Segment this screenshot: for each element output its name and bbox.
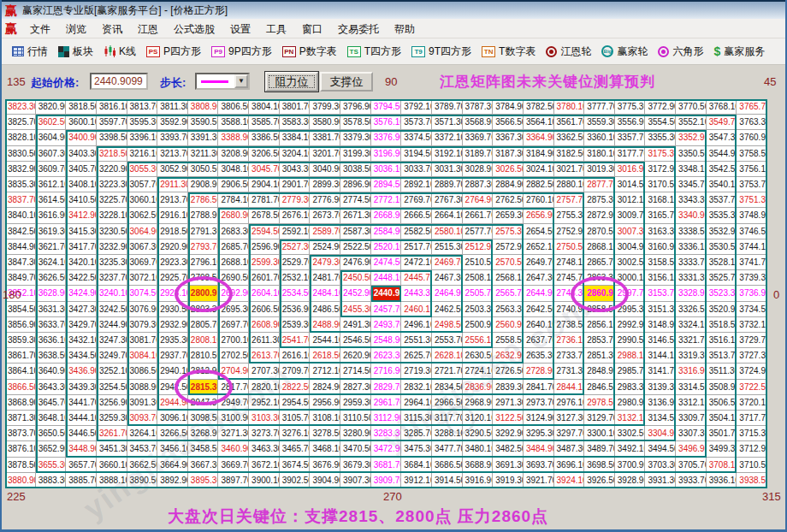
matrix-cell: 3408.10 (66, 177, 97, 192)
matrix-cell: 3398.50 (97, 130, 127, 145)
matrix-cell: 3801.70 (280, 99, 311, 115)
matrix-cell: 2527.30 (280, 239, 311, 255)
menu-item-帮助[interactable]: 帮助 (387, 21, 423, 38)
matrix-cell: 3434.50 (66, 348, 97, 364)
toolbar-item-kline[interactable]: K线 (98, 42, 141, 62)
matrix-cell: 3753.70 (737, 177, 767, 192)
menu-item-文件[interactable]: 文件 (22, 21, 58, 38)
matrix-cell: 3787.30 (463, 99, 494, 115)
gann-wheel-icon (546, 46, 557, 57)
toolbar-item-hexagon[interactable]: 六角形 (653, 42, 708, 62)
matrix-cell: 3019.30 (584, 162, 615, 177)
matrix-cell: 3885.70 (66, 473, 97, 488)
matrix-cell: 2743.30 (554, 286, 585, 301)
angle-label-180: 180 (3, 288, 21, 301)
start-price-input[interactable] (90, 73, 148, 90)
toolbar-item-winner-wheel[interactable]: Big赢家轮 (596, 42, 653, 62)
menu-item-工具[interactable]: 工具 (258, 21, 294, 38)
toolbar-item-9t-square[interactable]: T99T四方形 (406, 42, 476, 62)
matrix-cell: 2858.50 (584, 302, 615, 317)
matrix-cell: 3679.30 (340, 458, 371, 473)
matrix-cell: 3626.50 (36, 270, 67, 286)
matrix-cell: 3619.30 (36, 224, 67, 239)
matrix-cell: 3516.10 (707, 333, 737, 348)
matrix-cell: 2796.10 (188, 255, 219, 270)
matrix-cell: 3110.50 (340, 411, 371, 426)
matrix-cell: 3448.90 (66, 441, 97, 457)
toolbar-item-9p-square[interactable]: P99P四方形 (206, 42, 277, 62)
window-titlebar[interactable]: 赢 赢家江恩专业版[赢家服务平台] - [价格正方形] (0, 0, 787, 19)
matrix-cell: 2808.10 (188, 333, 219, 348)
toolbar-item-p-table[interactable]: PNP数字表 (277, 42, 342, 62)
matrix-cell: 3660.10 (97, 458, 127, 473)
matrix-cell: 3633.70 (36, 317, 67, 333)
matrix-cell: 3348.10 (676, 162, 707, 177)
matrix-cell: 2786.50 (188, 192, 219, 208)
matrix-cell: 3336.10 (676, 239, 707, 255)
matrix-cell: 2856.10 (584, 317, 615, 333)
matrix-cell: 3249.70 (97, 348, 127, 364)
matrix-cell: 3924.10 (554, 473, 585, 488)
matrix-cell: 3460.90 (218, 441, 249, 457)
support-button[interactable]: 支撑位 (320, 72, 373, 92)
menu-item-公式选股[interactable]: 公式选股 (166, 21, 222, 38)
matrix-cell: 3050.50 (188, 162, 219, 177)
toolbar-item-label: T四方形 (364, 44, 401, 59)
matrix-cell: 3602.50 (36, 115, 67, 130)
matrix-cell: 2875.30 (584, 192, 615, 208)
matrix-cell: 3276.10 (280, 426, 311, 441)
matrix-cell: 3921.70 (524, 473, 554, 488)
matrix-cell: 3252.10 (97, 364, 127, 379)
matrix-cell: 2793.70 (188, 239, 219, 255)
matrix-cell: 3576.10 (371, 115, 402, 130)
matrix-cell: 3220.90 (97, 162, 127, 177)
toolbar-item-service[interactable]: $赢家服务 (708, 42, 770, 62)
matrix-cell: 3237.70 (97, 270, 127, 286)
menu-item-设置[interactable]: 设置 (222, 21, 258, 38)
matrix-cell: 3684.10 (401, 458, 432, 473)
matrix-cell: 2630.50 (463, 348, 494, 364)
toolbar-item-quotes[interactable]: 行情 (7, 42, 53, 62)
matrix-cell: 3232.90 (97, 239, 127, 255)
toolbar-item-gann-wheel[interactable]: 江恩轮 (541, 42, 596, 62)
matrix-cell: 2474.50 (371, 255, 402, 270)
matrix-cell: 2724.10 (463, 364, 494, 379)
menu-item-窗口[interactable]: 窗口 (294, 21, 330, 38)
matrix-cell: 2865.70 (584, 255, 615, 270)
matrix-cell: 3532.90 (707, 224, 737, 239)
matrix-cell: 3278.50 (310, 426, 340, 441)
matrix-cell: 3264.10 (127, 426, 158, 441)
matrix-cell: 2925.70 (157, 270, 188, 286)
menu-item-交易委托[interactable]: 交易委托 (330, 21, 387, 38)
menu-item-江恩[interactable]: 江恩 (130, 21, 166, 38)
step-dropdown[interactable]: ▼ (195, 73, 250, 90)
matrix-cell: 3206.50 (249, 146, 280, 162)
matrix-cell: 2539.30 (280, 317, 311, 333)
chevron-down-icon[interactable]: ▼ (234, 74, 248, 88)
matrix-cell: 2464.90 (432, 286, 463, 301)
matrix-cell: 3357.70 (615, 130, 646, 145)
resistance-button[interactable]: 阻力位 (265, 72, 318, 92)
toolbar-item-sectors[interactable]: 板块 (53, 42, 98, 62)
t9-box-icon: T9 (411, 46, 425, 57)
menu-item-资讯[interactable]: 资讯 (94, 21, 130, 38)
matrix-cell: 3177.70 (615, 146, 646, 162)
matrix-cell: 3417.70 (66, 239, 97, 255)
matrix-cell: 3175.30 (645, 146, 676, 162)
matrix-cell: 3907.30 (340, 473, 371, 488)
toolbar-item-p-square[interactable]: PSP四方形 (141, 42, 206, 62)
matrix-cell: 3938.50 (737, 473, 767, 488)
menu-item-浏览[interactable]: 浏览 (58, 21, 94, 38)
matrix-cell: 3016.90 (615, 162, 646, 177)
matrix-cell: 3506.50 (707, 395, 737, 411)
matrix-cell: 3792.10 (401, 99, 432, 115)
matrix-cell: 2587.30 (340, 224, 371, 239)
matrix-cell: 2935.30 (157, 333, 188, 348)
matrix-cell: 2937.70 (157, 348, 188, 364)
toolbar-item-t-square[interactable]: TST四方形 (342, 42, 406, 62)
toolbar-item-t-table[interactable]: TNT数字表 (476, 42, 541, 62)
matrix-cell: 3247.30 (97, 333, 127, 348)
matrix-cell: 3429.70 (66, 317, 97, 333)
matrix-cell: 3816.10 (97, 99, 127, 115)
matrix-cell: 3746.50 (737, 224, 767, 239)
